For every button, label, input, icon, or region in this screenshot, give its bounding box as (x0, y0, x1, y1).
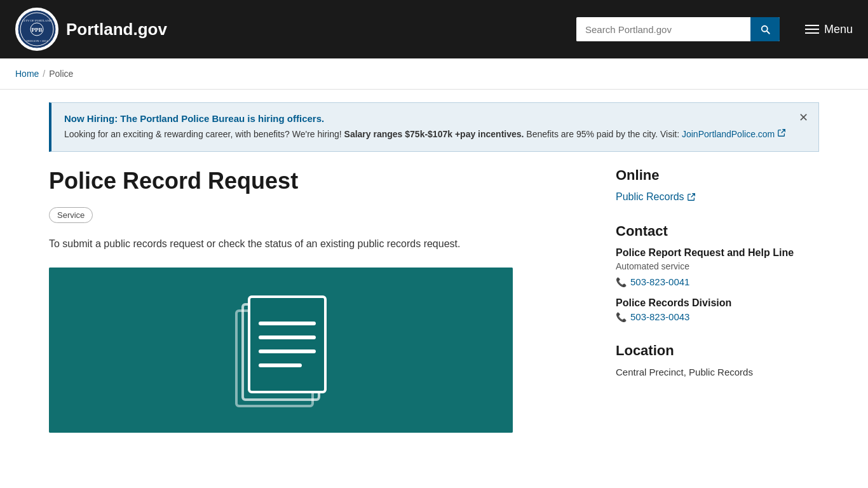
content-layout: Police Record Request Service To submit … (49, 167, 819, 433)
online-section-title: Online (616, 167, 819, 184)
contact1-phone-link[interactable]: 503-823-0041 (630, 276, 689, 287)
public-records-link[interactable]: Public Records (616, 191, 696, 203)
location-section-title: Location (616, 342, 819, 359)
breadcrumb-home[interactable]: Home (15, 69, 39, 79)
main-container: Now Hiring: The Portland Police Bureau i… (34, 102, 834, 433)
search-icon (759, 24, 771, 35)
breadcrumb: Home / Police (0, 58, 868, 90)
contact1-name: Police Report Request and Help Line (616, 247, 819, 259)
public-records-external-icon (687, 193, 696, 201)
external-link-icon (777, 128, 786, 137)
logo-circle: CITY OF PORTLAND OREGON • 1851 PPB (15, 8, 58, 51)
alert-link[interactable]: JoinPortlandPolice.com (682, 129, 786, 139)
phone-icon-1: 📞 (616, 277, 627, 287)
search-button[interactable] (750, 17, 780, 41)
alert-banner: Now Hiring: The Portland Police Bureau i… (49, 102, 819, 152)
search-bar (576, 17, 780, 41)
alert-body-bold: Salary ranges $75k-$107k +pay incentives… (344, 129, 524, 139)
location-name: Central Precinct, Public Records (616, 367, 819, 377)
service-badge: Service (49, 207, 93, 223)
contact2-phone-link[interactable]: 503-823-0043 (630, 311, 689, 322)
svg-text:PPB: PPB (32, 27, 43, 33)
portland-seal: CITY OF PORTLAND OREGON • 1851 PPB (17, 9, 57, 50)
alert-title: Now Hiring: The Portland Police Bureau i… (64, 113, 806, 124)
breadcrumb-current: Police (49, 69, 73, 79)
online-section: Online Public Records (616, 167, 819, 203)
page-title: Police Record Request (49, 167, 578, 194)
contact2-name: Police Records Division (616, 297, 819, 309)
location-section: Location Central Precinct, Public Record… (616, 342, 819, 377)
contact1-phone-row: 📞 503-823-0041 (616, 276, 819, 287)
svg-rect-8 (249, 297, 325, 392)
svg-text:OREGON • 1851: OREGON • 1851 (25, 39, 48, 43)
menu-label: Menu (824, 23, 853, 36)
alert-close-button[interactable]: ✕ (799, 112, 808, 123)
contact-section: Contact Police Report Request and Help L… (616, 223, 819, 322)
feature-image-icon (224, 285, 338, 415)
site-name: Portland.gov (66, 20, 167, 39)
alert-body: Looking for an exciting & rewarding care… (64, 128, 806, 141)
svg-text:CITY OF PORTLAND: CITY OF PORTLAND (22, 19, 52, 22)
contact1-sub: Automated service (616, 261, 819, 271)
breadcrumb-separator: / (43, 69, 45, 79)
contact2-phone-row: 📞 503-823-0043 (616, 311, 819, 322)
content-sidebar: Online Public Records Contact Police Rep… (616, 167, 819, 433)
contact-section-title: Contact (616, 223, 819, 240)
page-description: To submit a public records request or ch… (49, 236, 578, 252)
alert-body-end: Benefits are 95% paid by the city. Visit… (524, 129, 682, 139)
site-header: CITY OF PORTLAND OREGON • 1851 PPB Portl… (0, 0, 868, 58)
search-input[interactable] (576, 18, 750, 41)
content-main: Police Record Request Service To submit … (49, 167, 578, 433)
alert-body-start: Looking for an exciting & rewarding care… (64, 129, 344, 139)
menu-button[interactable]: Menu (805, 23, 853, 36)
logo-link[interactable]: CITY OF PORTLAND OREGON • 1851 PPB Portl… (15, 8, 167, 51)
phone-icon-2: 📞 (616, 312, 627, 322)
feature-image (49, 268, 513, 433)
hamburger-icon (805, 25, 819, 34)
